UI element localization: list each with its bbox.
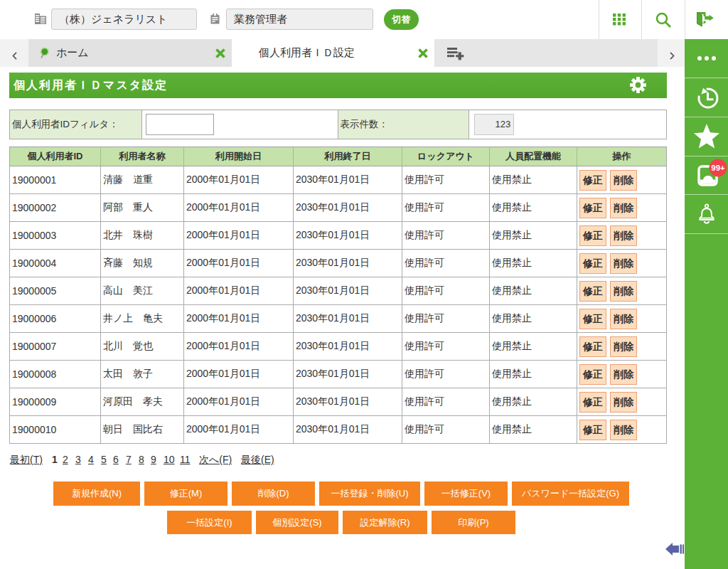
svg-text:99+: 99+ — [711, 164, 725, 172]
